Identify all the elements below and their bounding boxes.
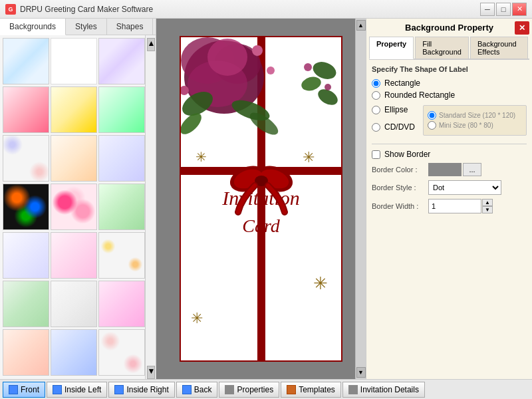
bg-item-11[interactable]: [51, 184, 97, 230]
properties-label: Properties: [237, 385, 273, 394]
standard-size-radio[interactable]: [428, 111, 436, 120]
standard-size-label: Standard Size (120 * 120): [439, 112, 515, 119]
cddvd-radio[interactable]: [372, 123, 380, 132]
bg-item-12[interactable]: [98, 184, 145, 230]
invitation-details-button[interactable]: Invitation Details: [342, 382, 425, 398]
bg-item-19[interactable]: [3, 329, 49, 376]
panel-title: Background Property: [405, 23, 493, 33]
ellipse-radio[interactable]: [372, 106, 380, 114]
starburst-bottom-left: ✳: [191, 310, 203, 327]
app-icon: G: [5, 4, 16, 15]
border-style-row: Border Style : Dot Solid Dash DashDot: [372, 180, 527, 195]
inside-left-icon: [53, 385, 62, 394]
mini-size-radio[interactable]: [428, 121, 436, 130]
rectangle-radio[interactable]: [372, 79, 380, 88]
border-width-input[interactable]: [428, 199, 481, 213]
properties-icon: [225, 385, 234, 394]
templates-label: Templates: [299, 385, 335, 394]
bg-item-7[interactable]: [3, 135, 49, 182]
border-color-dots-button[interactable]: ...: [463, 163, 481, 176]
border-width-input-group: ▲ ▼: [428, 199, 493, 213]
panel-close-button[interactable]: ✕: [515, 21, 529, 35]
cddvd-label: CD/DVD: [384, 122, 415, 132]
inside-right-button[interactable]: Inside Right: [108, 382, 174, 398]
bg-item-14[interactable]: [51, 232, 97, 279]
bg-item-15[interactable]: [98, 232, 145, 279]
rounded-rect-radio[interactable]: [372, 91, 380, 100]
back-icon: [182, 385, 192, 394]
card-bow: [228, 162, 295, 215]
properties-button[interactable]: Properties: [219, 382, 279, 398]
bg-item-18[interactable]: [98, 281, 145, 327]
shape-radio-group: Rectangle Rounded Rectangle Ellipse: [372, 78, 527, 138]
front-button[interactable]: Front: [3, 382, 45, 398]
tab-backgrounds[interactable]: Backgrounds: [0, 19, 66, 35]
back-label: Back: [194, 385, 212, 394]
svg-point-9: [252, 45, 263, 56]
title-bar-left: G DRPU Greeting Card Maker Software: [5, 4, 153, 15]
border-style-select[interactable]: Dot Solid Dash DashDot: [428, 180, 501, 195]
bg-item-20[interactable]: [51, 329, 97, 376]
bg-item-1[interactable]: [3, 38, 49, 84]
right-panel: Background Property ✕ Property Fill Back…: [366, 19, 532, 379]
spin-down-button[interactable]: ▼: [482, 206, 493, 213]
border-color-swatch[interactable]: [428, 163, 462, 176]
bg-item-2[interactable]: [51, 38, 97, 84]
front-icon: [9, 385, 18, 394]
card-flower-right: [298, 51, 338, 119]
divider-1: [372, 144, 527, 144]
svg-point-4: [207, 39, 247, 76]
left-tab-bar: Backgrounds Styles Shapes: [0, 19, 156, 35]
back-button[interactable]: Back: [176, 382, 218, 398]
mini-size-label: Mini Size (80 * 80): [439, 122, 493, 129]
canvas-scrollbar[interactable]: ▲ ▼: [355, 19, 366, 379]
shape-rectangle-item[interactable]: Rectangle: [372, 78, 527, 88]
bg-item-17[interactable]: [51, 281, 97, 327]
show-border-label: Show Border: [384, 150, 430, 159]
svg-point-16: [325, 84, 331, 90]
canvas-area: ▲ ▼: [156, 19, 366, 379]
maximize-button[interactable]: □: [496, 3, 511, 16]
close-button[interactable]: ✕: [512, 3, 527, 16]
mini-size-item[interactable]: Mini Size (80 * 80): [428, 121, 522, 130]
card-canvas: ✳ ✳ ✳ ✳: [180, 36, 342, 362]
bg-item-16[interactable]: [3, 281, 49, 327]
show-border-checkbox[interactable]: [372, 150, 380, 159]
bottom-bar: Front Inside Left Inside Right Back Prop…: [0, 379, 532, 399]
bg-item-3[interactable]: [98, 38, 145, 84]
inside-right-label: Inside Right: [126, 385, 168, 394]
shape-cddvd-item[interactable]: CD/DVD: [372, 122, 415, 132]
bg-item-9[interactable]: [98, 135, 145, 182]
bg-item-4[interactable]: [3, 86, 49, 133]
tab-background-effects[interactable]: Background Effects: [470, 37, 528, 59]
bg-item-21[interactable]: [98, 329, 145, 376]
card-flower-decoration: [180, 36, 291, 164]
standard-size-item[interactable]: Standard Size (120 * 120): [428, 111, 522, 120]
starburst-bottom-right: ✳: [313, 273, 328, 294]
minimize-button[interactable]: ─: [480, 3, 495, 16]
bg-item-10[interactable]: [3, 184, 49, 230]
tab-property[interactable]: Property: [369, 37, 414, 59]
svg-point-10: [267, 66, 275, 74]
tab-fill-background[interactable]: Fill Background: [415, 37, 469, 59]
tab-styles[interactable]: Styles: [66, 19, 107, 35]
templates-button[interactable]: Templates: [281, 382, 341, 398]
shape-ellipse-item[interactable]: Ellipse: [372, 105, 415, 114]
bg-item-6[interactable]: [98, 86, 145, 133]
bg-item-13[interactable]: [3, 232, 49, 279]
inside-right-icon: [114, 385, 124, 394]
rounded-rect-label: Rounded Rectangle: [384, 90, 455, 100]
spin-up-button[interactable]: ▲: [482, 199, 493, 206]
invitation-details-label: Invitation Details: [360, 385, 419, 394]
property-tabs: Property Fill Background Background Effe…: [369, 37, 529, 60]
left-scrollbar[interactable]: ▲ ▼: [145, 35, 156, 379]
border-width-label: Border Width :: [372, 202, 428, 210]
inside-left-button[interactable]: Inside Left: [47, 382, 107, 398]
bg-item-5[interactable]: [51, 86, 97, 133]
bg-item-8[interactable]: [51, 135, 97, 182]
inside-left-label: Inside Left: [65, 385, 101, 394]
border-color-row: Border Color : ...: [372, 163, 527, 176]
shape-rounded-rect-item[interactable]: Rounded Rectangle: [372, 90, 527, 100]
border-style-label: Border Style :: [372, 184, 428, 192]
tab-shapes[interactable]: Shapes: [107, 19, 154, 35]
